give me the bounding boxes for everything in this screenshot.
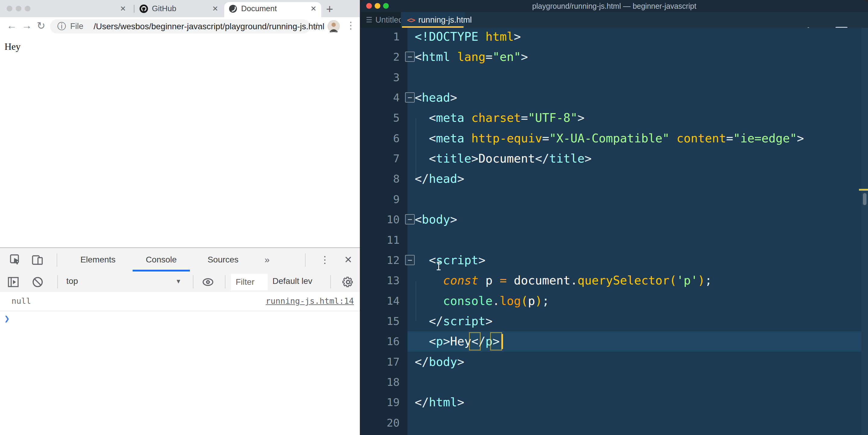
console-message-text: null xyxy=(11,296,31,306)
devtools-tab-console[interactable]: Console xyxy=(133,248,190,271)
code-line-12[interactable]: 12− <script> xyxy=(361,250,868,270)
browser-menu-icon[interactable]: ⋮ xyxy=(346,20,355,31)
reload-icon[interactable]: ↻ xyxy=(37,20,45,32)
inspect-element-icon[interactable] xyxy=(9,253,22,267)
editor-tab-untitled[interactable]: ☰ Untitled-1 xyxy=(361,12,401,28)
close-tab-icon[interactable]: ✕ xyxy=(309,4,318,13)
devtools-menu-icon[interactable]: ⋮ xyxy=(320,254,330,265)
url-text[interactable]: /Users/wesbos/beginner-javascript/playgr… xyxy=(94,22,324,31)
overview-ruler[interactable] xyxy=(861,28,868,435)
code-text: </html> xyxy=(415,392,464,412)
tab-title: GitHub xyxy=(152,4,176,13)
editor-tab-title: running-js.html xyxy=(418,16,472,25)
devtools-panel: ElementsConsoleSources » ⋮ ✕ top ▾ xyxy=(0,248,360,435)
line-number: 13 xyxy=(361,270,400,290)
close-tab-icon[interactable]: ✕ xyxy=(119,4,127,13)
browser-tab-hidden[interactable]: ✕ xyxy=(45,0,130,17)
line-number: 18 xyxy=(361,372,400,392)
code-line-2[interactable]: 2−<html lang="en"> xyxy=(361,47,868,67)
devtools-tab-sources[interactable]: Sources xyxy=(196,248,250,271)
close-tab-icon[interactable]: ✕ xyxy=(211,4,219,13)
line-number: 2 xyxy=(361,47,400,67)
code-line-8[interactable]: 8</head> xyxy=(361,169,868,189)
code-line-3[interactable]: 3 xyxy=(361,67,868,87)
browser-tab-github[interactable]: GitHub ✕ xyxy=(136,0,222,17)
code-line-6[interactable]: 6 <meta http-equiv="X-UA-Compatible" con… xyxy=(361,128,868,148)
console-settings-gear-icon[interactable] xyxy=(342,276,354,288)
file-scheme-label: File xyxy=(70,22,84,31)
window-close-button[interactable] xyxy=(7,6,12,11)
device-toolbar-icon[interactable] xyxy=(31,253,44,267)
code-line-17[interactable]: 17</body> xyxy=(361,352,868,372)
line-number: 4 xyxy=(361,87,400,108)
console-prompt-row[interactable]: ❯ xyxy=(0,311,360,329)
code-line-4[interactable]: 4−<head> xyxy=(361,87,868,108)
browser-tab-document[interactable]: Document ✕ xyxy=(224,0,321,17)
fold-icon[interactable]: − xyxy=(405,92,415,103)
github-icon xyxy=(139,4,148,13)
fold-icon[interactable]: − xyxy=(405,255,415,265)
code-icon: <> xyxy=(407,16,415,24)
code-text: <!DOCTYPE html> xyxy=(415,27,521,47)
mouse-ibeam-cursor xyxy=(438,262,439,270)
code-editor[interactable]: 1<!DOCTYPE html>2−<html lang="en">34−<he… xyxy=(361,28,868,435)
code-text: </script> xyxy=(415,311,493,331)
window-minimize-button[interactable] xyxy=(16,6,22,11)
new-tab-button[interactable]: + xyxy=(326,2,333,16)
code-line-16[interactable]: 16 <p>Hey</p> xyxy=(361,331,868,351)
code-line-5[interactable]: 5 <meta charset="UTF-8"> xyxy=(361,108,868,128)
code-text: <body> xyxy=(415,209,457,230)
toolbar-separator xyxy=(57,275,58,288)
line-number: 20 xyxy=(361,413,400,433)
code-line-11[interactable]: 11 xyxy=(361,230,868,250)
editor-title-bar: playground/running-js.html — beginner-ja… xyxy=(361,0,868,12)
editor-window: playground/running-js.html — beginner-ja… xyxy=(361,0,868,435)
console-filter-input[interactable]: Filter xyxy=(231,274,268,290)
info-icon[interactable]: ⓘ xyxy=(57,21,66,33)
line-number: 15 xyxy=(361,311,400,331)
address-bar[interactable]: ⓘ File /Users/wesbos/beginner-javascript… xyxy=(50,19,310,33)
log-level-selector[interactable]: Default lev xyxy=(273,276,312,286)
code-line-20[interactable]: 20 xyxy=(361,413,868,433)
live-expression-eye-icon[interactable] xyxy=(201,276,215,288)
code-text: const p = document.querySelector('p'); xyxy=(415,270,712,290)
chevron-down-icon[interactable]: ▾ xyxy=(177,277,180,285)
forward-icon[interactable]: → xyxy=(22,20,32,31)
code-text: <html lang="en"> xyxy=(415,47,528,67)
tab-title: Document xyxy=(241,4,277,13)
back-icon[interactable]: ← xyxy=(7,20,17,31)
more-tabs-icon[interactable]: » xyxy=(258,248,276,271)
line-number: 10 xyxy=(361,209,400,230)
context-selector[interactable]: top xyxy=(66,276,78,286)
code-text: <meta charset="UTF-8"> xyxy=(415,108,585,128)
line-number: 1 xyxy=(361,27,400,47)
fold-icon[interactable]: − xyxy=(405,52,415,62)
console-message-row: nullrunning-js.html:14 xyxy=(0,292,360,311)
code-line-1[interactable]: 1<!DOCTYPE html> xyxy=(361,27,868,47)
code-line-19[interactable]: 19</html> xyxy=(361,392,868,412)
code-line-14[interactable]: 14 console.log(p); xyxy=(361,291,868,311)
window-zoom-button[interactable] xyxy=(25,6,30,11)
devtools-close-icon[interactable]: ✕ xyxy=(344,254,352,265)
line-number: 11 xyxy=(361,230,400,250)
line-number: 5 xyxy=(361,108,400,128)
code-line-10[interactable]: 10−<body> xyxy=(361,209,868,230)
browser-window: ✕ GitHub ✕ Document ✕ + ← → xyxy=(0,0,360,435)
editor-tab-running-js[interactable]: <> running-js.html xyxy=(401,12,465,28)
console-source-link[interactable]: running-js.html:14 xyxy=(266,296,354,306)
avatar[interactable] xyxy=(327,20,340,33)
devtools-tab-bar: ElementsConsoleSources » ⋮ ✕ xyxy=(0,248,360,272)
code-text: <p>Hey</p> xyxy=(415,331,503,351)
bookmark-star-icon[interactable]: ☆ xyxy=(312,20,322,33)
devtools-tab-elements[interactable]: Elements xyxy=(69,248,127,271)
code-line-13[interactable]: 13 const p = document.querySelector('p')… xyxy=(361,270,868,290)
fold-icon[interactable]: − xyxy=(405,214,415,225)
code-line-7[interactable]: 7 <title>Document</title> xyxy=(361,148,868,169)
scrollbar-thumb[interactable] xyxy=(863,193,867,205)
code-line-18[interactable]: 18 xyxy=(361,372,868,392)
code-line-15[interactable]: 15 </script> xyxy=(361,311,868,331)
editor-tab-bar: ☰ Untitled-1 <> running-js.html ⋯ xyxy=(361,12,868,28)
clear-console-icon[interactable] xyxy=(31,276,44,288)
code-line-9[interactable]: 9 xyxy=(361,189,868,209)
console-sidebar-icon[interactable] xyxy=(7,276,20,288)
